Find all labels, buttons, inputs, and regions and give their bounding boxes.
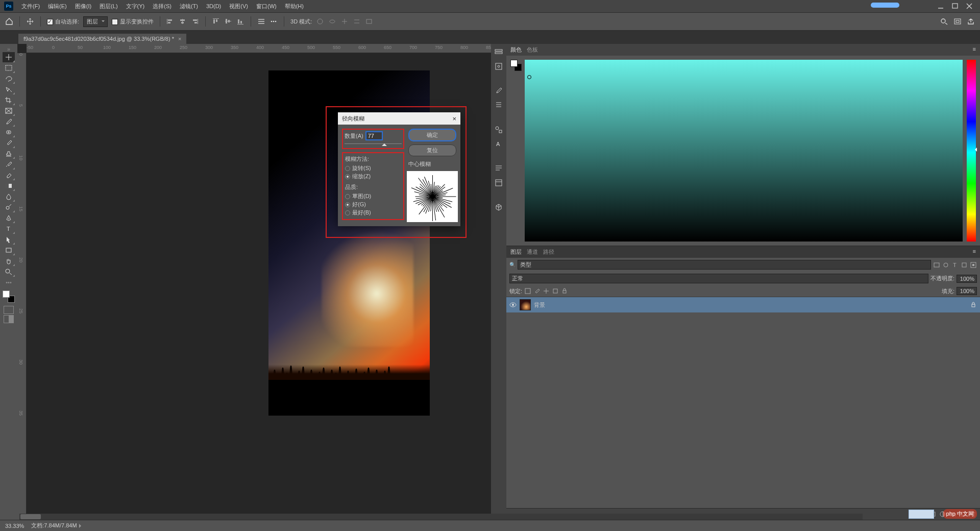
gradient-tool[interactable] — [3, 181, 15, 191]
search-icon[interactable] — [940, 18, 948, 25]
3d-scale-icon[interactable] — [365, 18, 373, 25]
stamp-tool[interactable] — [3, 149, 15, 159]
3d-orbit-icon[interactable] — [316, 18, 324, 25]
menu-filter[interactable]: 滤镜(T) — [176, 3, 202, 10]
distribute-icon[interactable] — [257, 18, 265, 25]
panel-color-swatch[interactable] — [510, 60, 522, 71]
tab-channels[interactable]: 通道 — [527, 248, 538, 256]
align-vcenter-icon[interactable] — [224, 18, 232, 25]
crop-tool[interactable] — [3, 95, 15, 105]
document-tab[interactable]: f9a37d0ac9c5ec481d0203b6cf0534d.jpg @ 33… — [18, 34, 186, 44]
filter-type-icon[interactable]: T — [951, 261, 959, 269]
type-tool[interactable]: T — [3, 224, 15, 234]
menu-layer[interactable]: 图层(L) — [95, 3, 121, 10]
menu-edit[interactable]: 编辑(E) — [44, 3, 71, 10]
filter-shape-icon[interactable] — [961, 261, 968, 269]
edit-toolbar[interactable]: ••• — [3, 277, 15, 287]
quality-good-radio[interactable]: 好(G) — [345, 201, 401, 208]
toolbox-collapse-icon[interactable]: » — [0, 46, 17, 52]
menu-select[interactable]: 选择(S) — [149, 3, 176, 10]
history-panel-icon[interactable] — [493, 46, 505, 58]
opacity-field[interactable]: 100% — [957, 275, 977, 283]
frame-icon[interactable] — [953, 18, 962, 25]
color-field[interactable] — [525, 60, 963, 242]
close-button[interactable] — [966, 3, 973, 10]
screen-mode-toggle[interactable] — [4, 315, 14, 323]
hand-tool[interactable] — [3, 256, 15, 266]
share-icon[interactable] — [967, 18, 975, 25]
shape-tool[interactable] — [3, 245, 15, 255]
dialog-close-icon[interactable]: × — [452, 115, 456, 123]
layer-filter-dropdown[interactable]: 类型 — [518, 260, 931, 270]
layer-background[interactable]: 背景 — [506, 297, 980, 312]
menu-view[interactable]: 视图(V) — [225, 3, 252, 10]
menu-type[interactable]: 文字(Y) — [122, 3, 149, 10]
dialog-titlebar[interactable]: 径向模糊 × — [338, 112, 460, 125]
maximize-button[interactable] — [951, 3, 959, 10]
menu-image[interactable]: 图像(I) — [71, 3, 95, 10]
tab-layers[interactable]: 图层 — [510, 248, 522, 256]
menu-3d[interactable]: 3D(D) — [202, 3, 225, 9]
panel-menu-icon[interactable]: ≡ — [973, 46, 976, 54]
menu-file[interactable]: 文件(F) — [17, 3, 44, 10]
lock-all-icon[interactable] — [561, 287, 568, 295]
layers-panel-menu-icon[interactable]: ≡ — [973, 248, 976, 256]
filter-smart-icon[interactable] — [970, 261, 977, 269]
path-select-tool[interactable] — [3, 234, 15, 245]
align-bottom-icon[interactable] — [236, 18, 244, 25]
brush-presets-icon[interactable] — [493, 99, 505, 111]
zoom-level[interactable]: 33.33% — [5, 523, 24, 529]
ok-button[interactable]: 确定 — [408, 129, 456, 141]
menu-help[interactable]: 帮助(H) — [281, 3, 308, 10]
home-icon[interactable] — [5, 18, 13, 25]
show-transform-checkbox[interactable] — [112, 19, 118, 25]
align-right-icon[interactable] — [191, 18, 199, 25]
reset-button[interactable]: 复位 — [408, 144, 456, 156]
quality-best-radio[interactable]: 最好(B) — [345, 209, 401, 216]
pen-tool[interactable] — [3, 213, 15, 223]
3d-roll-icon[interactable] — [328, 18, 336, 25]
layer-lock-icon[interactable] — [970, 301, 977, 308]
color-swatches[interactable] — [3, 291, 15, 303]
hue-slider[interactable] — [967, 60, 976, 242]
lock-transparent-icon[interactable] — [524, 287, 531, 295]
cloud-status[interactable] — [871, 3, 899, 8]
brush-settings-icon[interactable] — [493, 85, 505, 97]
dodge-tool[interactable] — [3, 202, 15, 212]
zoom-tool[interactable] — [3, 267, 15, 277]
marquee-tool[interactable] — [3, 63, 15, 73]
lock-pixels-icon[interactable] — [533, 287, 541, 295]
quick-mask-toggle[interactable] — [4, 306, 14, 314]
healing-tool[interactable] — [3, 127, 15, 137]
frame-tool[interactable] — [3, 106, 15, 116]
properties-panel-icon[interactable] — [493, 60, 505, 73]
tab-close-icon[interactable]: × — [178, 36, 181, 42]
filter-pixel-icon[interactable] — [933, 261, 940, 269]
method-zoom-radio[interactable]: 缩放(Z) — [345, 173, 401, 180]
eyedropper-tool[interactable] — [3, 116, 15, 127]
eraser-tool[interactable] — [3, 170, 15, 180]
lasso-tool[interactable] — [3, 74, 15, 84]
amount-input[interactable] — [365, 131, 383, 140]
quick-select-tool[interactable] — [3, 84, 15, 94]
menu-window[interactable]: 窗口(W) — [252, 3, 281, 10]
canvas[interactable]: -500501001502002503003504004505005506006… — [17, 44, 491, 520]
visibility-icon[interactable] — [509, 302, 517, 308]
align-hcenter-icon[interactable] — [179, 18, 187, 25]
3d-pan-icon[interactable] — [340, 18, 349, 25]
horizontal-scrollbar[interactable] — [19, 514, 863, 520]
blend-mode-dropdown[interactable]: 正常 — [509, 274, 928, 283]
blur-center-preview[interactable] — [407, 171, 458, 222]
method-spin-radio[interactable]: 旋转(S) — [345, 164, 401, 172]
libraries-panel-icon[interactable] — [493, 177, 505, 189]
history-brush-tool[interactable] — [3, 159, 15, 170]
doc-info[interactable]: 文档:7.84M/7.84M — [31, 522, 77, 528]
brush-tool[interactable] — [3, 138, 15, 148]
ruler-horizontal[interactable]: -500501001502002503003504004505005506006… — [27, 44, 491, 53]
character-panel-icon[interactable]: A — [493, 138, 505, 150]
filter-adjust-icon[interactable] — [942, 261, 949, 269]
paragraph-panel-icon[interactable] — [493, 162, 505, 175]
auto-select-checkbox[interactable] — [47, 19, 53, 25]
adjustments-panel-icon[interactable] — [493, 124, 505, 136]
ruler-vertical[interactable]: 05101520253035 — [17, 53, 27, 520]
